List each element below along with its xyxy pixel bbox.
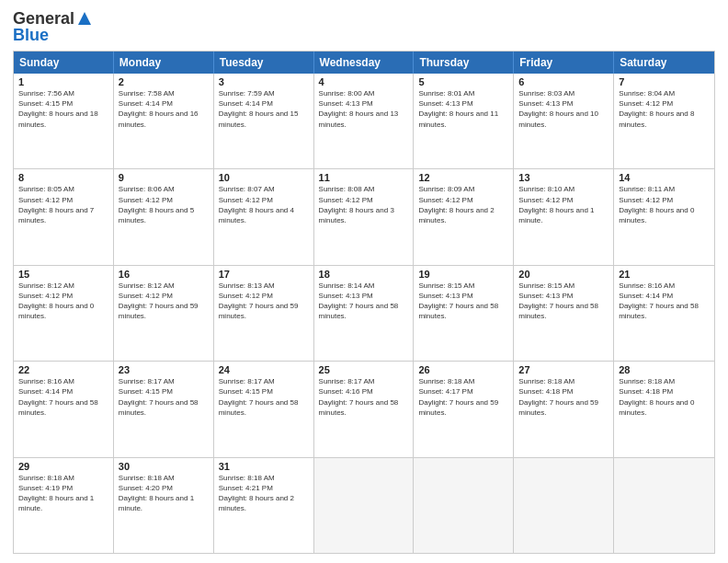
day-number: 31 — [219, 461, 309, 472]
day-number: 16 — [119, 269, 209, 280]
calendar-cell: 9Sunrise: 8:06 AMSunset: 4:12 PMDaylight… — [114, 169, 214, 264]
cell-text: Sunrise: 8:10 AMSunset: 4:12 PMDaylight:… — [518, 184, 609, 225]
day-number: 9 — [119, 172, 209, 183]
logo-blue-label: Blue — [13, 26, 49, 45]
day-number: 21 — [619, 269, 710, 280]
calendar-cell: 26Sunrise: 8:18 AMSunset: 4:17 PMDayligh… — [414, 362, 514, 456]
day-number: 20 — [518, 269, 609, 280]
cell-text: Sunrise: 8:18 AMSunset: 4:20 PMDaylight:… — [119, 473, 209, 514]
day-number: 1 — [18, 76, 108, 87]
cell-text: Sunrise: 8:08 AMSunset: 4:12 PMDaylight:… — [319, 184, 409, 225]
calendar-cell: 8Sunrise: 8:05 AMSunset: 4:12 PMDaylight… — [14, 169, 114, 264]
day-number: 13 — [518, 172, 609, 183]
cell-text: Sunrise: 8:04 AMSunset: 4:12 PMDaylight:… — [619, 88, 710, 130]
calendar: SundayMondayTuesdayWednesdayThursdayFrid… — [13, 51, 715, 554]
day-number: 18 — [319, 269, 409, 280]
calendar-cell: 15Sunrise: 8:12 AMSunset: 4:12 PMDayligh… — [14, 266, 114, 361]
cell-text: Sunrise: 8:12 AMSunset: 4:12 PMDaylight:… — [18, 281, 108, 322]
calendar-cell: 5Sunrise: 8:01 AMSunset: 4:13 PMDaylight… — [414, 74, 514, 168]
calendar-cell: 11Sunrise: 8:08 AMSunset: 4:12 PMDayligh… — [314, 169, 415, 264]
day-number: 22 — [18, 364, 108, 375]
calendar-cell: 2Sunrise: 7:58 AMSunset: 4:14 PMDaylight… — [114, 74, 214, 168]
calendar-cell: 24Sunrise: 8:17 AMSunset: 4:15 PMDayligh… — [214, 362, 314, 456]
calendar-cell: 13Sunrise: 8:10 AMSunset: 4:12 PMDayligh… — [514, 169, 614, 264]
calendar-header-cell: Saturday — [614, 52, 714, 74]
day-number: 26 — [418, 364, 508, 375]
cell-text: Sunrise: 7:58 AMSunset: 4:14 PMDaylight:… — [119, 88, 209, 130]
calendar-week: 22Sunrise: 8:16 AMSunset: 4:14 PMDayligh… — [14, 362, 714, 457]
day-number: 30 — [119, 461, 209, 472]
calendar-week: 15Sunrise: 8:12 AMSunset: 4:12 PMDayligh… — [14, 266, 714, 362]
logo: General Blue — [13, 9, 95, 45]
day-number: 15 — [18, 269, 108, 280]
day-number: 3 — [219, 76, 309, 87]
calendar-header-cell: Thursday — [414, 52, 514, 74]
calendar-cell: 23Sunrise: 8:17 AMSunset: 4:15 PMDayligh… — [114, 362, 214, 456]
cell-text: Sunrise: 8:18 AMSunset: 4:18 PMDaylight:… — [619, 376, 710, 418]
day-number: 27 — [518, 364, 609, 375]
calendar-cell: 29Sunrise: 8:18 AMSunset: 4:19 PMDayligh… — [14, 458, 114, 553]
cell-text: Sunrise: 8:17 AMSunset: 4:15 PMDaylight:… — [119, 376, 209, 418]
calendar-cell: 16Sunrise: 8:12 AMSunset: 4:12 PMDayligh… — [114, 266, 214, 361]
calendar-cell: 31Sunrise: 8:18 AMSunset: 4:21 PMDayligh… — [214, 458, 314, 553]
calendar-cell: 28Sunrise: 8:18 AMSunset: 4:18 PMDayligh… — [614, 362, 714, 456]
cell-text: Sunrise: 8:13 AMSunset: 4:12 PMDaylight:… — [219, 281, 309, 322]
calendar-week: 8Sunrise: 8:05 AMSunset: 4:12 PMDaylight… — [14, 169, 714, 265]
calendar-body: 1Sunrise: 7:56 AMSunset: 4:15 PMDaylight… — [14, 74, 714, 553]
calendar-header-cell: Sunday — [14, 52, 114, 74]
calendar-header-cell: Wednesday — [314, 52, 415, 74]
day-number: 12 — [418, 172, 508, 183]
calendar-cell — [514, 458, 614, 553]
header: General Blue — [13, 9, 715, 45]
cell-text: Sunrise: 8:16 AMSunset: 4:14 PMDaylight:… — [18, 376, 108, 418]
calendar-cell: 27Sunrise: 8:18 AMSunset: 4:18 PMDayligh… — [514, 362, 614, 456]
day-number: 4 — [319, 76, 409, 87]
calendar-week: 29Sunrise: 8:18 AMSunset: 4:19 PMDayligh… — [14, 458, 714, 553]
calendar-cell: 25Sunrise: 8:17 AMSunset: 4:16 PMDayligh… — [314, 362, 415, 456]
day-number: 23 — [119, 364, 209, 375]
cell-text: Sunrise: 8:01 AMSunset: 4:13 PMDaylight:… — [418, 88, 508, 130]
day-number: 2 — [119, 76, 209, 87]
calendar-cell: 3Sunrise: 7:59 AMSunset: 4:14 PMDaylight… — [214, 74, 314, 168]
calendar-header-row: SundayMondayTuesdayWednesdayThursdayFrid… — [14, 52, 714, 74]
calendar-cell: 1Sunrise: 7:56 AMSunset: 4:15 PMDaylight… — [14, 74, 114, 168]
day-number: 29 — [18, 461, 108, 472]
day-number: 19 — [418, 269, 508, 280]
day-number: 28 — [619, 364, 710, 375]
calendar-header-cell: Tuesday — [214, 52, 314, 74]
calendar-cell — [614, 458, 714, 553]
cell-text: Sunrise: 8:18 AMSunset: 4:19 PMDaylight:… — [18, 473, 108, 514]
cell-text: Sunrise: 8:18 AMSunset: 4:18 PMDaylight:… — [518, 376, 609, 418]
calendar-header-cell: Friday — [514, 52, 614, 74]
cell-text: Sunrise: 8:11 AMSunset: 4:12 PMDaylight:… — [619, 184, 710, 225]
day-number: 8 — [18, 172, 108, 183]
cell-text: Sunrise: 8:18 AMSunset: 4:21 PMDaylight:… — [219, 473, 309, 514]
calendar-header-cell: Monday — [114, 52, 214, 74]
cell-text: Sunrise: 8:18 AMSunset: 4:17 PMDaylight:… — [418, 376, 508, 418]
cell-text: Sunrise: 7:56 AMSunset: 4:15 PMDaylight:… — [18, 88, 108, 130]
cell-text: Sunrise: 8:15 AMSunset: 4:13 PMDaylight:… — [518, 281, 609, 322]
day-number: 17 — [219, 269, 309, 280]
logo-triangle-icon — [75, 9, 94, 28]
svg-marker-0 — [78, 12, 91, 25]
cell-text: Sunrise: 8:05 AMSunset: 4:12 PMDaylight:… — [18, 184, 108, 225]
calendar-cell: 7Sunrise: 8:04 AMSunset: 4:12 PMDaylight… — [614, 74, 714, 168]
cell-text: Sunrise: 8:16 AMSunset: 4:14 PMDaylight:… — [619, 281, 710, 322]
calendar-cell: 21Sunrise: 8:16 AMSunset: 4:14 PMDayligh… — [614, 266, 714, 361]
day-number: 10 — [219, 172, 309, 183]
calendar-cell — [314, 458, 415, 553]
calendar-cell: 20Sunrise: 8:15 AMSunset: 4:13 PMDayligh… — [514, 266, 614, 361]
day-number: 14 — [619, 172, 710, 183]
calendar-cell: 10Sunrise: 8:07 AMSunset: 4:12 PMDayligh… — [214, 169, 314, 264]
calendar-week: 1Sunrise: 7:56 AMSunset: 4:15 PMDaylight… — [14, 74, 714, 169]
calendar-cell: 19Sunrise: 8:15 AMSunset: 4:13 PMDayligh… — [414, 266, 514, 361]
cell-text: Sunrise: 8:00 AMSunset: 4:13 PMDaylight:… — [319, 88, 409, 130]
page: General Blue SundayMondayTuesdayWednesda… — [0, 0, 728, 563]
calendar-cell: 4Sunrise: 8:00 AMSunset: 4:13 PMDaylight… — [314, 74, 415, 168]
calendar-cell: 22Sunrise: 8:16 AMSunset: 4:14 PMDayligh… — [14, 362, 114, 456]
day-number: 5 — [418, 76, 508, 87]
calendar-cell: 18Sunrise: 8:14 AMSunset: 4:13 PMDayligh… — [314, 266, 415, 361]
calendar-cell: 17Sunrise: 8:13 AMSunset: 4:12 PMDayligh… — [214, 266, 314, 361]
day-number: 6 — [518, 76, 609, 87]
day-number: 7 — [619, 76, 710, 87]
